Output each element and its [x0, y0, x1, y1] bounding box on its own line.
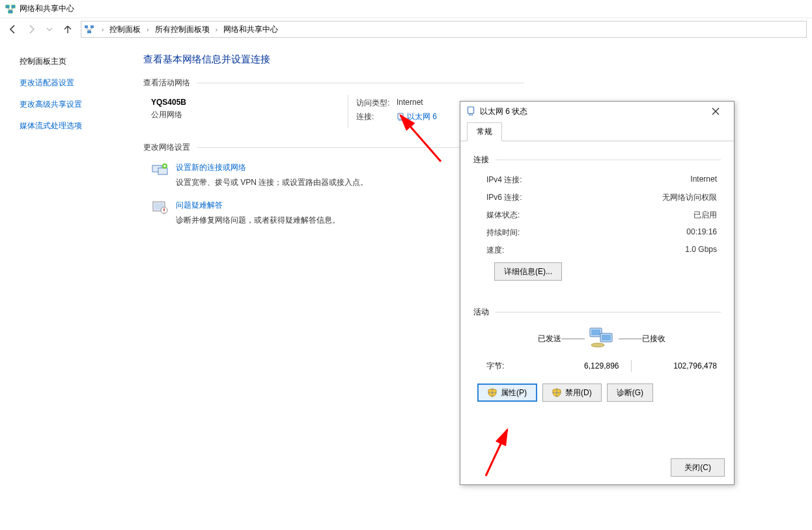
connection-label: 连接: — [356, 111, 397, 122]
window-title: 网络和共享中心 — [20, 3, 74, 14]
svg-rect-13 — [468, 107, 473, 113]
network-sharing-icon — [84, 24, 94, 35]
svg-point-18 — [591, 343, 604, 347]
breadcrumb-item[interactable]: 控制面板 — [108, 24, 142, 35]
divider — [631, 360, 632, 372]
troubleshoot-desc: 诊断并修复网络问题，或者获得疑难解答信息。 — [176, 215, 340, 226]
divider — [496, 160, 721, 160]
ethernet-status-dialog: 以太网 6 状态 常规 连接 IPv4 连接:Internet IPv6 连接:… — [460, 101, 735, 485]
access-type-label: 访问类型: — [356, 98, 397, 109]
tab-general[interactable]: 常规 — [467, 122, 502, 141]
received-label: 已接收 — [642, 333, 717, 344]
svg-rect-17 — [602, 335, 611, 341]
svg-rect-2 — [8, 10, 12, 13]
network-type: 公用网络 — [151, 109, 340, 120]
shield-icon — [552, 388, 561, 397]
diagnose-button[interactable]: 诊断(G) — [607, 384, 653, 402]
svg-rect-3 — [85, 25, 88, 28]
setup-connection-desc: 设置宽带、拨号或 VPN 连接；或设置路由器或接入点。 — [176, 177, 368, 188]
duration-label: 持续时间: — [486, 227, 520, 238]
chevron-right-icon[interactable]: › — [98, 26, 107, 33]
svg-rect-15 — [591, 329, 600, 335]
close-button[interactable] — [703, 102, 729, 120]
up-button[interactable] — [60, 21, 76, 37]
svg-rect-1 — [12, 5, 15, 8]
activity-section-label: 活动 — [473, 307, 489, 318]
chevron-right-icon[interactable]: › — [212, 26, 221, 33]
ethernet-icon — [466, 106, 476, 117]
disable-button[interactable]: 禁用(D) — [542, 384, 602, 402]
shield-icon — [488, 388, 497, 397]
nav-toolbar: › 控制面板 › 所有控制面板项 › 网络和共享中心 — [0, 18, 812, 40]
dialog-titlebar[interactable]: 以太网 6 状态 — [460, 102, 734, 121]
details-button[interactable]: 详细信息(E)... — [494, 262, 562, 281]
computers-activity-icon — [589, 327, 615, 351]
media-state-label: 媒体状态: — [486, 210, 520, 221]
svg-rect-6 — [398, 113, 403, 119]
bytes-sent-value: 6,129,896 — [545, 361, 619, 370]
svg-rect-5 — [87, 31, 91, 33]
ipv6-value: 无网络访问权限 — [662, 192, 717, 203]
forward-button[interactable] — [23, 21, 39, 37]
divider — [348, 95, 348, 128]
properties-button[interactable]: 属性(P) — [477, 384, 537, 402]
dash-icon — [619, 339, 642, 339]
ipv6-label: IPv6 连接: — [486, 192, 522, 203]
troubleshoot-link[interactable]: 问题疑难解答 — [176, 200, 340, 211]
titlebar: 网络和共享中心 — [0, 0, 812, 18]
svg-rect-0 — [6, 5, 9, 8]
chevron-right-icon[interactable]: › — [143, 26, 152, 33]
sidebar: 控制面板主页 更改适配器设置 更改高级共享设置 媒体流式处理选项 — [0, 47, 130, 244]
setup-connection-link[interactable]: 设置新的连接或网络 — [176, 162, 368, 173]
breadcrumb-item[interactable]: 所有控制面板项 — [154, 24, 211, 35]
connection-link[interactable]: 以太网 6 — [397, 111, 437, 122]
media-state-value: 已启用 — [693, 210, 717, 221]
sidebar-link-sharing-settings[interactable]: 更改高级共享设置 — [20, 99, 117, 110]
sidebar-link-adapter-settings[interactable]: 更改适配器设置 — [20, 77, 117, 89]
access-type-value: Internet — [397, 98, 423, 109]
ethernet-icon — [397, 113, 404, 122]
control-panel-home-link[interactable]: 控制面板主页 — [20, 56, 117, 67]
troubleshoot-icon — [151, 200, 169, 216]
sent-label: 已发送 — [486, 333, 561, 344]
breadcrumb-item[interactable]: 网络和共享中心 — [222, 24, 279, 35]
network-sharing-icon — [5, 4, 16, 14]
page-heading: 查看基本网络信息并设置连接 — [143, 53, 799, 66]
svg-rect-8 — [158, 168, 167, 174]
bytes-label: 字节: — [486, 361, 545, 372]
new-connection-icon — [151, 162, 169, 178]
section-change-network: 更改网络设置 — [143, 142, 190, 153]
ipv4-value: Internet — [690, 174, 717, 186]
sidebar-link-media-streaming[interactable]: 媒体流式处理选项 — [20, 120, 117, 132]
divider — [197, 83, 524, 83]
svg-rect-4 — [91, 25, 94, 28]
dialog-title: 以太网 6 状态 — [480, 106, 527, 117]
section-active-networks: 查看活动网络 — [143, 77, 190, 89]
connection-section-label: 连接 — [473, 154, 489, 165]
divider — [496, 312, 721, 313]
connection-name: 以太网 6 — [407, 111, 437, 122]
close-dialog-button[interactable]: 关闭(C) — [671, 458, 725, 477]
speed-value: 1.0 Gbps — [685, 245, 717, 256]
back-button[interactable] — [5, 21, 21, 37]
close-icon — [712, 107, 720, 115]
bytes-received-value: 102,796,478 — [643, 361, 718, 370]
duration-value: 00:19:16 — [686, 227, 717, 238]
network-name: YQS405B — [151, 98, 340, 107]
dash-icon — [561, 339, 585, 339]
ipv4-label: IPv4 连接: — [486, 174, 522, 186]
recent-dropdown[interactable] — [42, 21, 57, 37]
breadcrumb-bar[interactable]: › 控制面板 › 所有控制面板项 › 网络和共享中心 — [81, 21, 807, 38]
speed-label: 速度: — [486, 245, 504, 256]
